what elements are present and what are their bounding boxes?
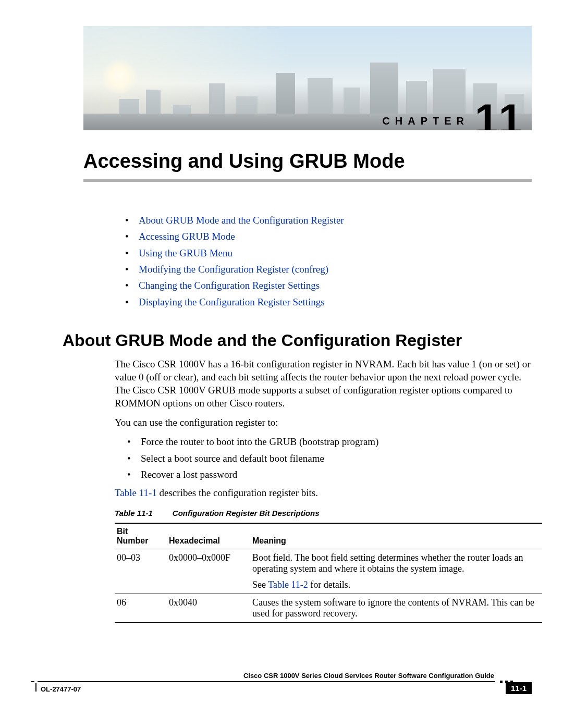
chapter-title: Accessing and Using GRUB Mode [83, 150, 532, 178]
guide-title: Cisco CSR 1000V Series Cloud Services Ro… [243, 672, 494, 680]
chapter-number: 11 [475, 98, 522, 130]
table-xref[interactable]: Table 11-2 [268, 579, 308, 590]
list-item: Force the router to boot into the GRUB (… [127, 435, 532, 448]
page-footer: Cisco CSR 1000V Series Cloud Services Ro… [31, 681, 532, 707]
section-heading: About GRUB Mode and the Configuration Re… [63, 331, 532, 350]
paragraph: Table 11-1 describes the configuration r… [115, 486, 532, 499]
chapter-banner: CHAPTER 11 [83, 26, 532, 130]
title-rule [83, 179, 532, 182]
list-item: Recover a lost password [127, 468, 532, 481]
config-register-table: BitNumber Hexadecimal Meaning 00–03 0x00… [115, 523, 542, 623]
table-row: 00–03 0x0000–0x000F Boot field. The boot… [115, 549, 542, 594]
toc-link[interactable]: Changing the Configuration Register Sett… [139, 280, 320, 291]
paragraph: You can use the configuration register t… [115, 416, 532, 429]
table-row: 06 0x0040 Causes the system software to … [115, 594, 542, 622]
chapter-label: CHAPTER [382, 115, 469, 127]
list-item: Select a boot source and default boot fi… [127, 452, 532, 465]
chapter-toc: About GRUB Mode and the Configuration Re… [125, 212, 532, 310]
toc-link[interactable]: About GRUB Mode and the Configuration Re… [139, 215, 344, 226]
toc-link[interactable]: Modifying the Configuration Register (co… [139, 264, 328, 275]
section-body: The Cisco CSR 1000V has a 16-bit configu… [115, 357, 532, 499]
paragraph: The Cisco CSR 1000V has a 16-bit configu… [115, 357, 532, 410]
toc-link[interactable]: Displaying the Configuration Register Se… [139, 297, 325, 307]
doc-number: OL-27477-07 [41, 685, 81, 693]
table-caption: Table 11-1Configuration Register Bit Des… [115, 509, 532, 517]
toc-link[interactable]: Using the GRUB Menu [139, 248, 232, 258]
page-number: 11-1 [506, 682, 532, 694]
table-xref[interactable]: Table 11-1 [115, 487, 157, 498]
toc-link[interactable]: Accessing GRUB Mode [139, 231, 235, 242]
